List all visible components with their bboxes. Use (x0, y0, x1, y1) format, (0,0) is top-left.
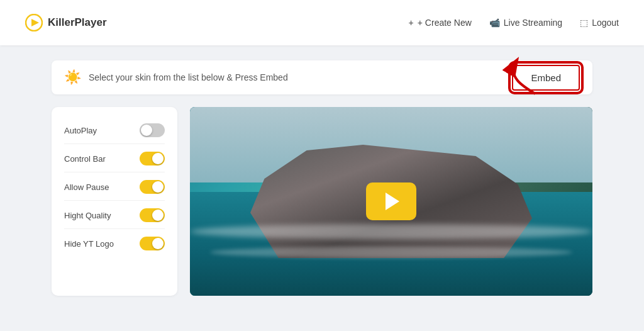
bottom-section: AutoPlay Control Bar Allow Pau (52, 107, 592, 296)
sun-icon: ☀️ (64, 69, 81, 86)
allowpause-thumb (152, 181, 164, 193)
header: KillerPlayer + + Create New 📹 Live Strea… (0, 0, 644, 45)
setting-row-hightquality: Hight Quality (64, 202, 165, 229)
controlbar-label: Control Bar (64, 154, 106, 164)
plus-icon: + (409, 18, 414, 28)
setting-row-controlbar: Control Bar (64, 145, 165, 172)
play-triangle-icon (386, 193, 399, 210)
hideytlogo-thumb (152, 238, 164, 249)
logout-label: Logout (592, 18, 619, 28)
hightquality-thumb (152, 210, 164, 221)
create-new-button[interactable]: + + Create New (409, 18, 472, 28)
autoplay-toggle[interactable] (140, 123, 165, 137)
app-wrapper: KillerPlayer + + Create New 📹 Live Strea… (0, 0, 644, 331)
nav-actions: + + Create New 📹 Live Streaming ⬚ Logout (409, 18, 619, 28)
arrow-svg (488, 55, 545, 96)
autoplay-thumb (141, 125, 152, 136)
live-streaming-label: Live Streaming (504, 18, 562, 28)
svg-marker-1 (31, 19, 39, 26)
foam-1 (190, 224, 592, 239)
hightquality-toggle[interactable] (140, 208, 165, 222)
setting-row-hideytlogo: Hide YT Logo (64, 230, 165, 257)
create-new-label: + Create New (418, 18, 472, 28)
hideytlogo-label: Hide YT Logo (64, 239, 114, 249)
play-button[interactable] (366, 182, 416, 220)
setting-row-autoplay: AutoPlay (64, 117, 165, 144)
logo-icon (25, 14, 43, 31)
video-preview (190, 107, 592, 296)
live-streaming-button[interactable]: 📹 Live Streaming (489, 18, 562, 28)
embed-instruction: Select your skin from the list below & P… (89, 72, 288, 82)
logout-icon: ⬚ (580, 18, 588, 28)
logo-area: KillerPlayer (25, 14, 107, 31)
foam-2 (210, 247, 572, 258)
logo-text: KillerPlayer (48, 16, 107, 29)
logout-button[interactable]: ⬚ Logout (580, 18, 619, 28)
controlbar-thumb (152, 153, 164, 164)
main-content: ☀️ Select your skin from the list below … (0, 45, 644, 331)
embed-button-wrapper: Embed (512, 65, 580, 91)
allowpause-toggle[interactable] (140, 180, 165, 194)
hightquality-label: Hight Quality (64, 211, 111, 220)
allowpause-label: Allow Pause (64, 182, 109, 192)
setting-row-allowpause: Allow Pause (64, 174, 165, 201)
red-arrow-annotation (488, 55, 545, 96)
autoplay-label: AutoPlay (64, 126, 97, 135)
video-bg (190, 107, 592, 296)
settings-panel: AutoPlay Control Bar Allow Pau (52, 107, 177, 296)
camera-icon: 📹 (489, 18, 500, 28)
controlbar-toggle[interactable] (140, 152, 165, 166)
embed-bar-left: ☀️ Select your skin from the list below … (52, 69, 288, 86)
hideytlogo-toggle[interactable] (140, 237, 165, 250)
embed-bar: ☀️ Select your skin from the list below … (52, 60, 592, 94)
